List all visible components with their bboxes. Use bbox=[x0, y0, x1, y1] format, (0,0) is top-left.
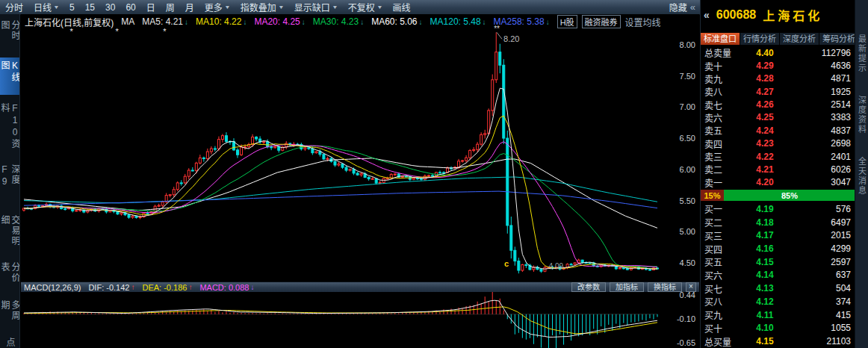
quote-panel: « 600688 上海石化 标准盘口行情分析深度分析筹码分析 总卖量4.4011… bbox=[700, 0, 855, 348]
tab-深度分析[interactable]: 深度分析 bbox=[780, 33, 819, 45]
macd-value-text: DIF: -0.142 bbox=[88, 283, 129, 292]
toolbar-item-画线[interactable]: 画线 bbox=[388, 0, 416, 14]
book-row-label: 卖一 bbox=[704, 176, 743, 189]
toolbar-item-日线[interactable]: 日线▼ bbox=[28, 0, 64, 14]
book-row-总买量[interactable]: 总买量4.1521103 bbox=[701, 335, 855, 348]
book-row-label: 总卖量 bbox=[704, 46, 743, 59]
stock-code: 600688 bbox=[716, 8, 756, 22]
book-row-卖九[interactable]: 卖九4.284871 bbox=[701, 72, 855, 85]
ma30-line bbox=[24, 146, 657, 267]
strip-tab-最新提示[interactable]: 最新提示 bbox=[856, 34, 868, 73]
toolbar-item-指数叠加[interactable]: 指数叠加▼ bbox=[235, 0, 289, 14]
ma-settings-button[interactable]: 设置均线 bbox=[625, 16, 661, 28]
book-row-volume: 3047 bbox=[787, 177, 851, 187]
sidebar-item-分时图[interactable]: 分时图 bbox=[0, 20, 20, 49]
book-row-price: 4.11 bbox=[743, 310, 787, 320]
book-row-卖四[interactable]: 卖四4.232698 bbox=[701, 137, 855, 150]
tab-筹码分析[interactable]: 筹码分析 bbox=[819, 33, 855, 45]
book-row-price: 4.29 bbox=[743, 60, 787, 71]
sidebar-item-分价表[interactable]: 分价表 bbox=[0, 262, 20, 291]
toolbar-item-60[interactable]: 60 bbox=[120, 0, 140, 14]
kline-chart[interactable]: 8.007.507.006.506.005.505.004.50*****8.2… bbox=[21, 14, 699, 282]
sidebar-item-点[interactable]: 点 bbox=[4, 338, 15, 348]
tab-行情分析[interactable]: 行情分析 bbox=[740, 33, 780, 45]
book-row-volume: 2698 bbox=[787, 138, 851, 149]
book-row-买三[interactable]: 买三4.172015 bbox=[701, 229, 855, 242]
toolbar-item-label: 5 bbox=[69, 2, 75, 13]
sidebar-item-交易明细[interactable]: 交易明细 bbox=[0, 215, 20, 255]
toolbar-item-5[interactable]: 5 bbox=[64, 0, 80, 14]
low-price-label: 4.09 bbox=[549, 262, 564, 270]
book-row-卖五[interactable]: 卖五4.244837 bbox=[701, 124, 855, 137]
price-axis-tick: 8.00 bbox=[680, 40, 695, 49]
strip-tab-全天消息[interactable]: 全天消息 bbox=[856, 157, 868, 196]
toolbar-items: 分时日线▼5153060日周月更多▼指数叠加▼显示缺口▼不复权▼画线 bbox=[0, 0, 416, 14]
book-row-volume: 6497 bbox=[787, 217, 851, 228]
toolbar-item-label: 指数叠加 bbox=[241, 1, 276, 13]
chevron-down-icon: ▼ bbox=[278, 4, 284, 10]
book-row-price: 4.10 bbox=[743, 323, 787, 333]
toolbar-item-label: 30 bbox=[105, 2, 115, 13]
macd-button-改参数[interactable]: 改参数 bbox=[571, 282, 606, 292]
price-axis-tick: 6.00 bbox=[680, 165, 695, 174]
book-row-卖十[interactable]: 卖十4.294636 bbox=[701, 59, 855, 72]
book-row-买九[interactable]: 买九4.11415 bbox=[701, 308, 855, 322]
book-row-卖三[interactable]: 卖三4.222401 bbox=[701, 150, 855, 163]
badge-融资融券[interactable]: 融资融券 bbox=[582, 15, 621, 28]
book-row-买十[interactable]: 买十4.101055 bbox=[701, 322, 855, 335]
book-row-买五[interactable]: 买五4.152597 bbox=[701, 255, 855, 269]
back-icon[interactable]: « bbox=[704, 9, 710, 21]
sidebar-item-深度F9[interactable]: 深度F9 bbox=[0, 164, 20, 206]
ma60-line bbox=[24, 158, 657, 228]
toolbar-item-30[interactable]: 30 bbox=[100, 0, 120, 14]
toolbar-item-月[interactable]: 月 bbox=[180, 0, 199, 14]
hide-panel-button[interactable]: 隐藏 « bbox=[669, 1, 695, 13]
stock-badges: H股融资融券 bbox=[557, 15, 625, 28]
toolbar-item-15[interactable]: 15 bbox=[80, 0, 100, 14]
sidebar-item-K线图[interactable]: K线图 bbox=[0, 58, 20, 94]
toolbar-item-周[interactable]: 周 bbox=[161, 0, 180, 14]
toolbar-item-更多[interactable]: 更多▼ bbox=[199, 0, 235, 14]
book-row-买八[interactable]: 买八4.12374 bbox=[701, 295, 855, 308]
book-row-label: 买八 bbox=[704, 295, 743, 308]
toolbar-item-日[interactable]: 日 bbox=[141, 0, 161, 14]
book-row-卖八[interactable]: 卖八4.271925 bbox=[701, 85, 855, 98]
ma10-line bbox=[24, 116, 657, 269]
toolbar-item-显示缺口[interactable]: 显示缺口▼ bbox=[289, 0, 343, 14]
book-row-price: 4.12 bbox=[743, 296, 787, 307]
badge-H股[interactable]: H股 bbox=[557, 15, 577, 28]
strip-tab-深度资料[interactable]: 深度资料 bbox=[856, 96, 868, 134]
macd-value-text: DEA: -0.186 bbox=[142, 283, 187, 292]
close-icon[interactable]: × bbox=[686, 282, 696, 292]
book-row-卖七[interactable]: 卖七4.262514 bbox=[701, 98, 855, 111]
book-row-买二[interactable]: 买二4.186497 bbox=[701, 216, 855, 229]
book-row-买一[interactable]: 买一4.19576 bbox=[701, 202, 855, 216]
book-row-price: 4.17 bbox=[743, 230, 787, 240]
sidebar-item-多周期[interactable]: 多周期 bbox=[0, 300, 20, 329]
book-row-买六[interactable]: 买六4.14637 bbox=[701, 269, 855, 282]
macd-chart[interactable]: 0.44-0.10-0.65 bbox=[21, 292, 699, 348]
toolbar-item-不复权[interactable]: 不复权▼ bbox=[343, 0, 388, 14]
book-row-label: 卖四 bbox=[704, 137, 743, 150]
book-row-买七[interactable]: 买七4.13504 bbox=[701, 282, 855, 295]
book-row-label: 买三 bbox=[704, 229, 743, 242]
book-row-label: 买四 bbox=[704, 243, 743, 255]
tab-标准盘口[interactable]: 标准盘口 bbox=[701, 33, 740, 45]
sidebar-item-F10资料[interactable]: F10资料 bbox=[0, 103, 20, 156]
book-row-label: 买二 bbox=[704, 216, 743, 229]
book-row-卖六[interactable]: 卖六4.253383 bbox=[701, 111, 855, 124]
book-row-卖一[interactable]: 卖一4.203047 bbox=[701, 176, 855, 189]
macd-button-换指标[interactable]: 换指标 bbox=[648, 282, 682, 292]
book-row-volume: 2597 bbox=[787, 257, 851, 267]
toolbar-item-分时[interactable]: 分时 bbox=[0, 0, 28, 14]
book-row-卖二[interactable]: 卖二4.216026 bbox=[701, 163, 855, 175]
book-row-price: 4.21 bbox=[743, 164, 787, 175]
macd-button-加指标[interactable]: 加指标 bbox=[610, 282, 644, 292]
book-row-volume: 2514 bbox=[787, 99, 851, 110]
book-row-总卖量[interactable]: 总卖量4.40112796 bbox=[701, 46, 855, 59]
trend-arrow-icon: ↑ bbox=[131, 283, 134, 291]
ex-dividend-marker: * bbox=[69, 27, 73, 36]
book-row-买四[interactable]: 买四4.164299 bbox=[701, 242, 855, 255]
book-row-label: 卖六 bbox=[704, 111, 743, 124]
collapse-left-icon: « bbox=[690, 1, 695, 13]
